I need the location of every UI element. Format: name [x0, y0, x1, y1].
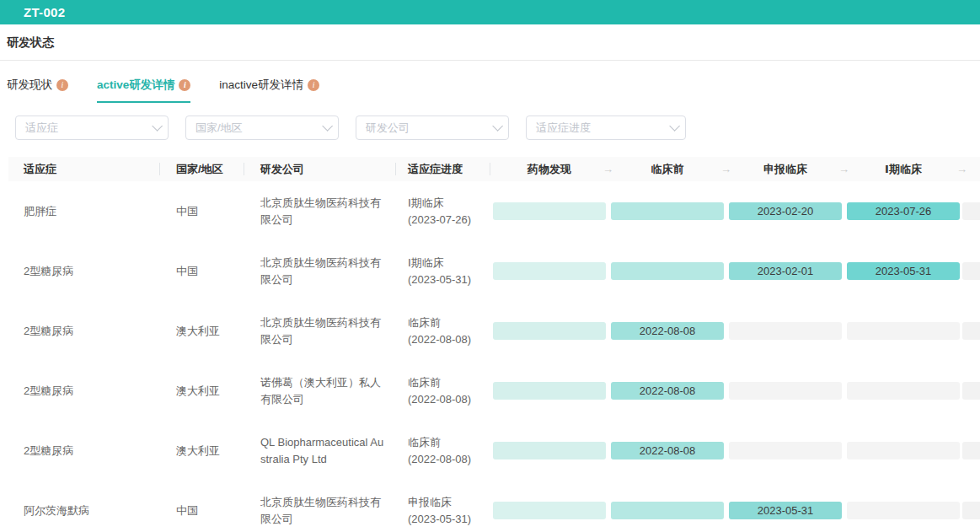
next-stage-partial — [962, 442, 980, 459]
stage-bar — [729, 322, 842, 340]
stage-cell-申报临床: 2023-05-31 — [726, 502, 844, 519]
stage-cell-临床前: 2022-08-08 — [608, 382, 726, 400]
chevron-down-icon — [322, 121, 333, 132]
stage-bar — [729, 382, 842, 400]
country-cell: 澳大利亚 — [160, 383, 244, 400]
filter-select-2[interactable]: 国家/地区 — [185, 116, 339, 140]
stage-column-header: 药物发现→ — [490, 157, 608, 181]
tab-rd-overview[interactable]: 研发现状i — [7, 78, 68, 103]
tab-bar: 研发现状iactive研发详情iinactive研发详情i — [0, 61, 980, 103]
stage-cell-Ⅰ期临床 — [844, 322, 962, 340]
stage-bar — [611, 262, 724, 280]
progress-cell: Ⅰ期临床(2023-07-26) — [396, 195, 490, 228]
stage-bar — [493, 382, 606, 400]
drug-title-bar: ZT-002 — [0, 0, 980, 24]
stage-cell-Ⅰ期临床 — [844, 502, 962, 519]
country-cell: 澳大利亚 — [160, 443, 244, 459]
stage-bar-partial — [962, 442, 980, 459]
stage-column-header: Ⅰ期临床→ — [844, 157, 962, 181]
stage-bar-dated: 2023-02-01 — [729, 262, 842, 280]
progress-date: (2022-08-08) — [408, 331, 490, 348]
stage-bar-dated: 2023-02-20 — [729, 202, 842, 220]
stage-cell-申报临床 — [726, 382, 844, 400]
stage-cell-申报临床: 2023-02-20 — [726, 202, 844, 220]
tab-active-details[interactable]: active研发详情i — [97, 78, 190, 103]
country-cell: 澳大利亚 — [160, 323, 244, 340]
stage-bar-dated: 2023-07-26 — [847, 202, 960, 220]
table-row: 阿尔茨海默病中国北京质肽生物医药科技有限公司申报临床(2023-05-31)20… — [8, 481, 980, 532]
stage-bar — [847, 322, 960, 340]
tab-label: inactive研发详情 — [219, 78, 303, 93]
chevron-down-icon — [669, 121, 680, 132]
table-row: 2型糖尿病澳大利亚北京质肽生物医药科技有限公司临床前(2022-08-08)20… — [8, 301, 980, 361]
stage-bar-partial — [962, 262, 980, 280]
stage-bar — [493, 442, 606, 459]
stage-bar — [847, 502, 960, 519]
drug-code-title: ZT-002 — [24, 5, 65, 19]
stage-bar-partial — [962, 322, 980, 340]
stage-cell-药物发现 — [490, 322, 608, 340]
stage-cell-临床前: 2022-08-08 — [608, 442, 726, 459]
stage-bar — [611, 202, 724, 220]
stage-bar — [729, 442, 842, 459]
info-icon[interactable]: i — [308, 79, 319, 91]
column-header: 适应症 — [8, 157, 160, 181]
company-cell: 北京质肽生物医药科技有限公司 — [244, 255, 396, 288]
progress-cell: 临床前(2022-08-08) — [396, 314, 490, 348]
chevron-down-icon — [152, 121, 163, 132]
table-row: 2型糖尿病澳大利亚诺佛葛（澳大利亚）私人有限公司临床前(2022-08-08)2… — [8, 361, 980, 421]
stage-cell-Ⅰ期临床 — [844, 382, 962, 400]
column-header: 国家/地区 — [160, 157, 244, 181]
select-placeholder: 研发公司 — [366, 121, 410, 136]
filter-select-1[interactable]: 适应症 — [15, 116, 169, 140]
progress-cell: 临床前(2022-08-08) — [396, 374, 490, 408]
stage-header-label: 临床前 — [651, 163, 684, 175]
stage-bar-dated: 2023-05-31 — [847, 262, 960, 280]
filter-select-4[interactable]: 适应症进度 — [526, 116, 686, 140]
section-title: 研发状态 — [0, 24, 980, 61]
company-cell: 北京质肽生物医药科技有限公司 — [244, 494, 396, 528]
next-stage-partial — [962, 262, 980, 280]
table-row: 2型糖尿病澳大利亚QL Biopharmaceutical Australia … — [8, 421, 980, 481]
filter-bar: 适应症国家/地区研发公司适应症进度 — [0, 103, 980, 150]
info-icon[interactable]: i — [179, 79, 190, 91]
progress-date: (2022-08-08) — [408, 391, 490, 408]
tab-label: active研发详情 — [97, 78, 174, 93]
info-icon[interactable]: i — [56, 79, 68, 91]
company-cell: 北京质肽生物医药科技有限公司 — [244, 314, 396, 348]
stage-bar — [493, 502, 606, 519]
stage-bar — [847, 382, 960, 400]
stage-bar — [493, 322, 606, 340]
indication-cell: 2型糖尿病 — [8, 263, 160, 280]
stage-bar — [493, 262, 606, 280]
indication-cell: 阿尔茨海默病 — [8, 502, 160, 519]
table-row: 2型糖尿病中国北京质肽生物医药科技有限公司Ⅰ期临床(2023-05-31)202… — [8, 241, 980, 301]
stage-cell-临床前 — [608, 202, 726, 220]
stage-cell-申报临床: 2023-02-01 — [726, 262, 844, 280]
company-cell: QL Biopharmaceutical Australia Pty Ltd — [244, 434, 396, 468]
chevron-down-icon — [492, 121, 503, 132]
stage-cell-药物发现 — [490, 442, 608, 459]
progress-stage: Ⅰ期临床 — [408, 195, 490, 212]
progress-cell: 临床前(2022-08-08) — [396, 434, 490, 468]
stage-bar-partial — [962, 382, 980, 400]
stage-column-header: 申报临床→ — [726, 157, 844, 181]
stage-cell-药物发现 — [490, 262, 608, 280]
progress-date: (2022-08-08) — [408, 451, 490, 468]
column-header: 研发公司 — [244, 157, 396, 181]
indication-cell: 2型糖尿病 — [8, 443, 160, 459]
tab-inactive-details[interactable]: inactive研发详情i — [219, 78, 319, 103]
progress-cell: 申报临床(2023-05-31) — [396, 494, 490, 528]
stage-cell-临床前 — [608, 262, 726, 280]
table-header: 适应症国家/地区研发公司适应症进度药物发现→临床前→申报临床→Ⅰ期临床→ — [8, 157, 980, 181]
stage-cell-申报临床 — [726, 322, 844, 340]
company-cell: 诺佛葛（澳大利亚）私人有限公司 — [244, 374, 396, 408]
stage-bar-dated: 2022-08-08 — [611, 382, 724, 400]
progress-stage: 临床前 — [408, 434, 490, 451]
filter-select-3[interactable]: 研发公司 — [356, 116, 509, 140]
stage-bar-partial — [962, 502, 980, 519]
next-stage-partial — [962, 322, 980, 340]
country-cell: 中国 — [160, 502, 244, 519]
stage-bar-partial — [962, 202, 980, 220]
column-header: 适应症进度 — [396, 157, 490, 181]
